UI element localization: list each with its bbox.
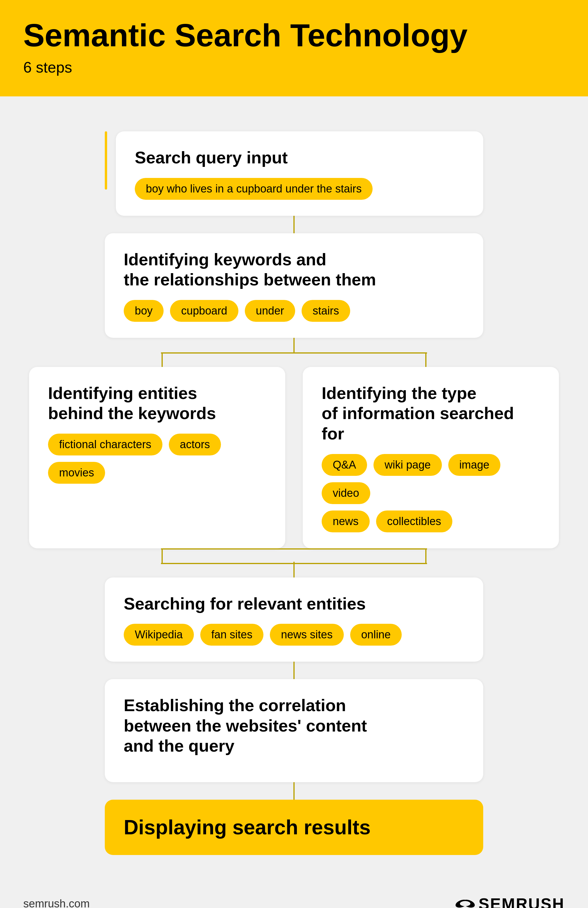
- semrush-icon: [453, 896, 477, 908]
- merge-left: [162, 548, 163, 563]
- step2-tag-under: under: [245, 300, 295, 322]
- step3-title: Identifying entitiesbehind the keywords: [48, 383, 266, 423]
- main-content: Search query input boy who lives in a cu…: [0, 97, 588, 908]
- step4-tag-qa: Q&A: [322, 454, 367, 476]
- step3-tag-row: fictional characters actors movies: [48, 434, 266, 484]
- step1-title: Search query input: [135, 147, 464, 168]
- footer-url: semrush.com: [23, 898, 90, 908]
- step1-card: Search query input boy who lives in a cu…: [116, 131, 483, 216]
- step4-tag-collectibles: collectibles: [376, 510, 452, 532]
- step4-tag-image: image: [448, 454, 501, 476]
- step1-tag-row: boy who lives in a cupboard under the st…: [135, 178, 464, 200]
- final-title: Displaying search results: [124, 816, 464, 839]
- step5-tag-row: Wikipedia fan sites news sites online: [124, 624, 464, 646]
- step2-title: Identifying keywords andthe relationship…: [124, 249, 464, 290]
- step3-tag-actors: actors: [169, 434, 221, 456]
- page-subtitle: 6 steps: [23, 58, 565, 76]
- step6-title: Establishing the correlationbetween the …: [124, 695, 464, 756]
- step5-tag-fansites: fan sites: [200, 624, 264, 646]
- step4-card: Identifying the typeof information searc…: [303, 367, 559, 548]
- step1-query-tag: boy who lives in a cupboard under the st…: [135, 178, 373, 200]
- semrush-logo: SEMRUSH: [453, 895, 565, 908]
- split-section: Identifying entitiesbehind the keywords …: [29, 367, 559, 548]
- step5-tag-online: online: [350, 624, 402, 646]
- step6-card: Establishing the correlationbetween the …: [105, 679, 483, 782]
- connector-5-6: [293, 662, 295, 679]
- step4-tag-row2: news collectibles: [322, 510, 540, 532]
- semrush-logo-text: SEMRUSH: [479, 895, 565, 908]
- step4-tag-news: news: [322, 510, 370, 532]
- merge-right: [425, 548, 426, 563]
- step2-tag-stairs: stairs: [302, 300, 350, 322]
- final-card: Displaying search results: [105, 800, 483, 855]
- connector-6-7: [293, 782, 295, 800]
- step2-tag-row: boy cupboard under stairs: [124, 300, 464, 322]
- step1-wrapper: Search query input boy who lives in a cu…: [105, 131, 483, 216]
- left-accent: [105, 131, 107, 190]
- step5-card: Searching for relevant entities Wikipedi…: [105, 578, 483, 662]
- page-title: Semantic Search Technology: [23, 18, 565, 53]
- step2-tag-cupboard: cupboard: [170, 300, 238, 322]
- branch-connector-2-34: [29, 338, 559, 367]
- merge-connector-34-5: [29, 548, 559, 578]
- step3-tag-fictional: fictional characters: [48, 434, 162, 456]
- step5-tag-newssites: news sites: [270, 624, 344, 646]
- step5-title: Searching for relevant entities: [124, 594, 464, 614]
- header: Semantic Search Technology 6 steps: [0, 0, 588, 97]
- logo-arrows-icon: SEMRUSH: [453, 895, 565, 908]
- connector-1-2: [293, 216, 295, 233]
- merge-center: [293, 562, 295, 578]
- footer: semrush.com SEMRUSH: [23, 895, 565, 908]
- svg-point-2: [460, 901, 471, 906]
- step3-card: Identifying entitiesbehind the keywords …: [29, 367, 285, 548]
- branch-left: [162, 353, 163, 367]
- step4-tag-row1: Q&A wiki page image video: [322, 454, 540, 504]
- split-gap: [285, 367, 303, 548]
- branch-right: [425, 353, 426, 367]
- step2-card: Identifying keywords andthe relationship…: [105, 233, 483, 338]
- step4-title: Identifying the typeof information searc…: [322, 383, 540, 444]
- step2-tag-boy: boy: [124, 300, 164, 322]
- step4-tag-wiki: wiki page: [373, 454, 442, 476]
- step3-tag-movies: movies: [48, 462, 105, 484]
- step5-tag-wikipedia: Wikipedia: [124, 624, 194, 646]
- step4-tag-video: video: [322, 482, 370, 504]
